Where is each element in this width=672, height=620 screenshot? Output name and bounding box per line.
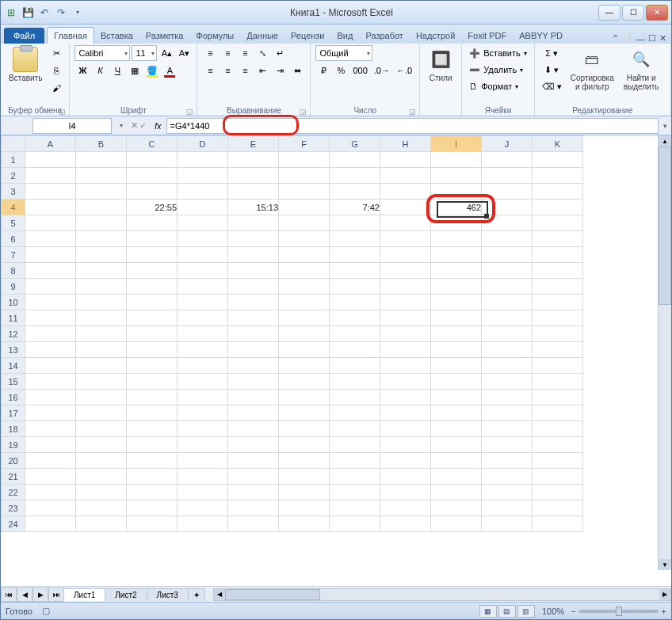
row-header-24[interactable]: 24 (2, 516, 25, 532)
cell-B20[interactable] (76, 453, 127, 469)
doc-min-icon[interactable]: — (636, 34, 645, 44)
cell-I15[interactable] (431, 374, 482, 390)
row-header-11[interactable]: 11 (2, 310, 25, 326)
cell-B17[interactable] (76, 405, 127, 421)
cell-J14[interactable] (482, 358, 533, 374)
cell-B13[interactable] (76, 342, 127, 358)
tab-abbyy[interactable]: ABBYY PD (513, 28, 569, 44)
cell-A5[interactable] (25, 215, 76, 231)
inc-decimal-icon[interactable]: .0→ (372, 63, 392, 78)
cell-J8[interactable] (482, 263, 533, 279)
cell-J19[interactable] (482, 437, 533, 453)
cell-E3[interactable] (228, 184, 279, 200)
scroll-left-icon[interactable]: ◀ (214, 589, 225, 600)
cell-G5[interactable] (330, 215, 380, 231)
cell-B14[interactable] (76, 358, 127, 374)
cell-I14[interactable] (431, 358, 482, 374)
cell-E19[interactable] (228, 437, 279, 453)
sheet-tab-1[interactable]: Лист1 (63, 588, 105, 601)
cut-icon[interactable]: ✂ (48, 45, 64, 61)
close-button[interactable]: ✕ (646, 5, 668, 21)
cell-K20[interactable] (533, 453, 583, 469)
cell-H4[interactable] (380, 200, 431, 215)
cell-A4[interactable] (25, 200, 76, 215)
cell-K11[interactable] (533, 310, 583, 326)
cell-I1[interactable] (431, 152, 482, 168)
cell-C21[interactable] (127, 469, 178, 485)
cell-J1[interactable] (482, 152, 533, 168)
undo-icon[interactable]: ↶ (37, 6, 52, 20)
comma-icon[interactable]: 000 (350, 63, 369, 78)
cell-J11[interactable] (482, 310, 533, 326)
horizontal-scrollbar[interactable]: ◀ ▶ (213, 588, 671, 601)
doc-close-icon[interactable]: ✕ (659, 33, 666, 44)
cell-H15[interactable] (380, 374, 431, 390)
tab-layout[interactable]: Разметка (139, 28, 190, 44)
cell-H7[interactable] (380, 247, 431, 263)
cell-J17[interactable] (482, 405, 533, 421)
cell-E6[interactable] (228, 231, 279, 247)
cell-F1[interactable] (279, 152, 330, 168)
cell-K8[interactable] (533, 263, 583, 279)
cell-E22[interactable] (228, 485, 279, 500)
formula-expand-icon[interactable]: ▾ (659, 122, 671, 130)
row-header-14[interactable]: 14 (2, 358, 25, 374)
row-header-4[interactable]: 4 (2, 200, 25, 215)
row-header-17[interactable]: 17 (2, 405, 25, 421)
cell-G6[interactable] (330, 231, 380, 247)
redo-icon[interactable]: ↷ (54, 6, 68, 20)
font-name-combo[interactable]: Calibri (74, 45, 130, 61)
cell-B6[interactable] (76, 231, 127, 247)
number-format-combo[interactable]: Общий (315, 45, 372, 61)
cell-E8[interactable] (228, 263, 279, 279)
row-header-8[interactable]: 8 (2, 263, 25, 279)
file-tab[interactable]: Файл (4, 28, 44, 44)
col-header-D[interactable]: D (178, 136, 228, 152)
col-header-B[interactable]: B (76, 136, 127, 152)
cell-A19[interactable] (25, 437, 76, 453)
doc-restore-icon[interactable]: ☐ (648, 33, 656, 44)
cell-A14[interactable] (25, 358, 76, 374)
cell-E5[interactable] (228, 215, 279, 231)
col-header-G[interactable]: G (330, 136, 380, 152)
vscroll-thumb[interactable] (659, 146, 671, 305)
align-top-icon[interactable]: ≡ (202, 45, 218, 61)
cell-E23[interactable] (228, 500, 279, 516)
wrap-text-icon[interactable]: ↵ (272, 45, 288, 61)
cell-E21[interactable] (228, 469, 279, 485)
cell-C20[interactable] (127, 453, 178, 469)
cell-J10[interactable] (482, 295, 533, 310)
cell-F21[interactable] (279, 469, 330, 485)
cell-D8[interactable] (178, 263, 228, 279)
accept-formula-icon[interactable]: ✓ (139, 120, 147, 131)
col-header-E[interactable]: E (228, 136, 279, 152)
tab-home[interactable]: Главная (47, 27, 94, 44)
cell-G7[interactable] (330, 247, 380, 263)
cell-D13[interactable] (178, 342, 228, 358)
cancel-formula-icon[interactable]: ✕ (131, 120, 138, 131)
cell-D21[interactable] (178, 469, 228, 485)
cell-A9[interactable] (25, 279, 76, 295)
orientation-icon[interactable]: ⤡ (254, 45, 270, 61)
find-select-button[interactable]: 🔍 Найти и выделить (620, 45, 662, 93)
cell-C8[interactable] (127, 263, 178, 279)
zoom-out-icon[interactable]: − (571, 607, 575, 616)
cell-D12[interactable] (178, 326, 228, 342)
name-box[interactable]: I4 (32, 118, 112, 134)
cell-C17[interactable] (127, 405, 178, 421)
cell-G12[interactable] (330, 326, 380, 342)
cell-E13[interactable] (228, 342, 279, 358)
cell-F5[interactable] (279, 215, 330, 231)
cell-E18[interactable] (228, 421, 279, 437)
cell-D22[interactable] (178, 485, 228, 500)
dec-decimal-icon[interactable]: ←.0 (394, 63, 414, 78)
cell-B8[interactable] (76, 263, 127, 279)
cell-A3[interactable] (25, 184, 76, 200)
cell-K17[interactable] (533, 405, 583, 421)
cell-K16[interactable] (533, 390, 583, 405)
cell-F8[interactable] (279, 263, 330, 279)
cell-G13[interactable] (330, 342, 380, 358)
indent-inc-icon[interactable]: ⇥ (272, 63, 288, 78)
cell-H19[interactable] (380, 437, 431, 453)
cell-D3[interactable] (178, 184, 228, 200)
